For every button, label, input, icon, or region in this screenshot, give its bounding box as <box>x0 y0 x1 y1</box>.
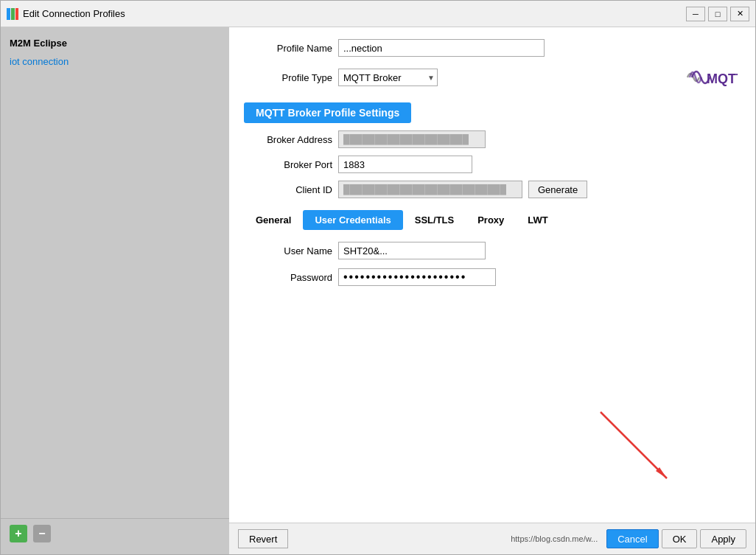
tab-proxy[interactable]: Proxy <box>466 210 516 230</box>
close-button[interactable]: ✕ <box>730 7 749 21</box>
password-input[interactable] <box>338 268 496 286</box>
tab-ssl-tls[interactable]: SSL/TLS <box>403 210 466 230</box>
client-id-row: Client ID ██████████████████████████ Gen… <box>244 181 741 198</box>
password-row: Password <box>244 268 741 286</box>
window-title: Edit Connection Profiles <box>23 8 686 19</box>
arrow-annotation <box>593 405 682 495</box>
tab-user-credentials[interactable]: User Credentials <box>303 210 402 230</box>
mqtt-logo-area: MQTT <box>686 64 741 91</box>
section-header-text: MQTT Broker Profile Settings <box>244 102 411 123</box>
mqtt-logo-icon: MQTT <box>686 64 738 91</box>
profile-name-section: Profile Name Profile Type MQTT Broker MQ… <box>244 39 741 91</box>
tabs-row: General User Credentials SSL/TLS Proxy L… <box>244 210 741 230</box>
broker-port-input[interactable] <box>338 156 472 173</box>
broker-address-label: Broker Address <box>244 134 332 145</box>
profile-type-select[interactable]: MQTT Broker MQTT Subscriber MQTT Publish… <box>338 69 438 86</box>
url-text: https://blog.csdn.me/w... <box>511 534 598 543</box>
profile-type-label: Profile Type <box>244 72 332 83</box>
svg-rect-2 <box>15 8 18 20</box>
sidebar-group-label: M2M Eclipse <box>1 33 229 53</box>
tab-lwt[interactable]: LWT <box>516 210 559 230</box>
username-input[interactable] <box>338 242 486 259</box>
svg-line-4 <box>601 412 667 478</box>
main-window: Edit Connection Profiles ─ □ ✕ M2M Eclip… <box>0 0 756 555</box>
add-profile-button[interactable]: + <box>10 525 27 542</box>
password-label: Password <box>244 272 332 283</box>
broker-port-row: Broker Port <box>244 156 741 173</box>
revert-button[interactable]: Revert <box>238 529 288 548</box>
svg-text:MQTT: MQTT <box>707 71 738 86</box>
profile-name-input[interactable] <box>338 39 545 57</box>
maximize-button[interactable]: □ <box>708 7 727 21</box>
username-label: User Name <box>244 245 332 256</box>
cancel-button[interactable]: Cancel <box>606 529 658 548</box>
window-controls: ─ □ ✕ <box>686 7 749 21</box>
tab-general[interactable]: General <box>244 210 303 230</box>
svg-rect-1 <box>11 8 15 20</box>
profile-name-row: Profile Name <box>244 39 741 57</box>
broker-settings-section: Broker Address ████████████████████ Brok… <box>244 130 741 198</box>
sidebar: M2M Eclipse iot connection + − <box>1 27 229 554</box>
section-header: MQTT Broker Profile Settings <box>244 100 741 130</box>
profile-type-select-wrapper: MQTT Broker MQTT Subscriber MQTT Publish… <box>338 69 438 86</box>
main-area: M2M Eclipse iot connection + − Profile N… <box>1 27 755 554</box>
bottom-panel: Revert https://blog.csdn.me/w... Cancel … <box>229 523 755 554</box>
profile-name-label: Profile Name <box>244 43 332 54</box>
content-panel: Profile Name Profile Type MQTT Broker MQ… <box>229 27 755 554</box>
apply-button[interactable]: Apply <box>700 529 746 548</box>
title-bar: Edit Connection Profiles ─ □ ✕ <box>1 1 755 27</box>
broker-address-input-blurred[interactable]: ████████████████████ <box>338 130 486 148</box>
username-row: User Name <box>244 242 741 259</box>
svg-marker-5 <box>656 467 667 478</box>
svg-rect-0 <box>7 8 10 20</box>
client-id-label: Client ID <box>244 184 332 195</box>
broker-port-label: Broker Port <box>244 159 332 170</box>
bottom-right: https://blog.csdn.me/w... Cancel OK Appl… <box>511 529 746 548</box>
minimize-button[interactable]: ─ <box>686 7 705 21</box>
sidebar-footer: + − <box>1 518 229 548</box>
sidebar-item-iot-connection[interactable]: iot connection <box>1 53 229 70</box>
remove-profile-button[interactable]: − <box>33 525 51 542</box>
bottom-left: Revert <box>238 529 288 548</box>
app-icon <box>7 8 18 20</box>
annotation-arrow <box>593 405 682 493</box>
generate-button[interactable]: Generate <box>528 181 587 198</box>
broker-address-row: Broker Address ████████████████████ <box>244 130 741 148</box>
ok-button[interactable]: OK <box>662 529 698 548</box>
profile-type-row: Profile Type MQTT Broker MQTT Subscriber… <box>244 64 741 91</box>
tab-content-user-credentials: User Name Password <box>244 242 741 286</box>
client-id-input-blurred[interactable]: ██████████████████████████ <box>338 181 522 198</box>
